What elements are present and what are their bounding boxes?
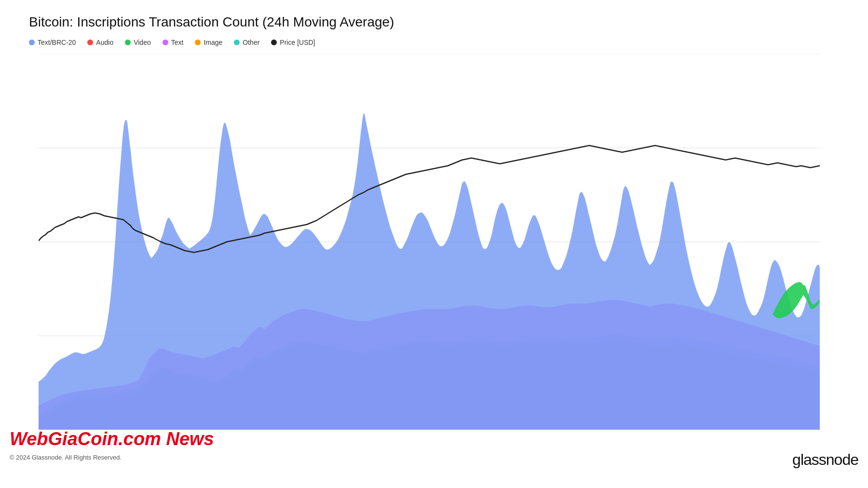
- chart-title: Bitcoin: Inscriptions Transaction Count …: [29, 14, 858, 30]
- watermark-copyright: © 2024 Glassnode. All Rights Reserved.: [10, 454, 122, 461]
- legend-item-price: Price [USD]: [271, 39, 315, 46]
- legend-item-textbrc20: Text/BRC-20: [29, 39, 76, 46]
- legend-item-audio: Audio: [87, 39, 113, 46]
- glassnode-logo: glassnode: [792, 451, 858, 469]
- chart-area: 0 8K 16K 24K $20k $60k 15 Jan 29 Jan 12 …: [39, 54, 820, 430]
- legend-dot-text: [163, 40, 168, 45]
- legend-dot-textbrc20: [29, 40, 35, 45]
- legend-label-audio: Audio: [96, 39, 113, 46]
- legend-dot-video: [125, 40, 131, 45]
- legend-label-price: Price [USD]: [280, 39, 315, 46]
- legend-item-text: Text: [163, 39, 184, 46]
- legend-dot-audio: [87, 40, 93, 45]
- watermark-brand: WebGiaCoin.com News: [10, 429, 214, 449]
- legend-label-text: Text: [171, 39, 184, 46]
- chart-container: Bitcoin: Inscriptions Transaction Count …: [0, 0, 868, 488]
- legend-label-textbrc20: Text/BRC-20: [38, 39, 76, 46]
- legend-item-other: Other: [234, 39, 259, 46]
- legend-dot-price: [271, 40, 277, 45]
- legend-label-image: Image: [203, 39, 222, 46]
- legend-item-video: Video: [125, 39, 151, 46]
- legend: Text/BRC-20 Audio Video Text Image Other…: [29, 39, 858, 46]
- legend-dot-image: [195, 40, 201, 45]
- legend-label-video: Video: [134, 39, 151, 46]
- legend-item-image: Image: [195, 39, 222, 46]
- legend-label-other: Other: [243, 39, 259, 46]
- legend-dot-other: [234, 40, 240, 45]
- chart-svg: 0 8K 16K 24K $20k $60k 15 Jan 29 Jan 12 …: [39, 54, 820, 430]
